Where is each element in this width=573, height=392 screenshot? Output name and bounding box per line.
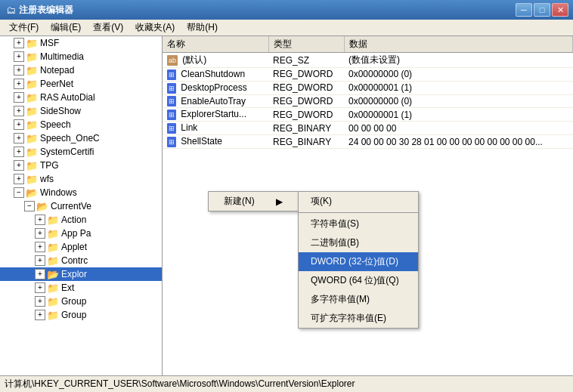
tree-item-contrc[interactable]: + 📁 Contrc: [0, 254, 162, 267]
menu-bar: 文件(F) 编辑(E) 查看(V) 收藏夹(A) 帮助(H): [0, 20, 573, 36]
tree-label-sideshow: SideShow: [40, 106, 81, 116]
tree-item-sideshow[interactable]: + 📁 SideShow: [0, 104, 162, 118]
tree-item-ext[interactable]: + 📁 Ext: [0, 281, 162, 295]
tree-item-ras[interactable]: + 📁 RAS AutoDial: [0, 91, 162, 104]
app-title: 注册表编辑器: [19, 4, 516, 17]
expand-icon-sideshow[interactable]: +: [14, 106, 24, 116]
cell-type: REG_DWORD: [268, 68, 344, 82]
folder-icon-sideshow: 📁: [26, 106, 38, 116]
tree-item-msf[interactable]: + 📁 MSF: [0, 36, 162, 50]
col-header-data: 数据: [344, 36, 573, 53]
tree-item-peernet[interactable]: + 📁 PeerNet: [0, 77, 162, 91]
tree-label-speech: Speech: [40, 119, 71, 130]
submenu-item-binary[interactable]: 二进制值(B): [299, 233, 418, 252]
folder-icon-explor: 📂: [47, 269, 59, 279]
expand-icon-group1[interactable]: +: [35, 296, 45, 307]
submenu-separator: [299, 212, 418, 213]
tree-item-explor[interactable]: + 📂 Explor: [0, 267, 162, 281]
expand-icon-systemcert[interactable]: +: [14, 147, 24, 157]
folder-icon-contrc: 📁: [47, 255, 59, 266]
context-menu: 新建(N) ▶: [208, 191, 299, 211]
expand-icon-notepad[interactable]: +: [14, 65, 24, 76]
tree-label-multimedia: Multimedia: [40, 51, 84, 62]
folder-icon-wfs: 📁: [26, 174, 38, 184]
cell-name: ab (默认): [163, 53, 268, 68]
reg-type-icon: ⊞: [167, 83, 176, 94]
expand-icon-applet[interactable]: +: [35, 242, 45, 252]
tree-item-windows[interactable]: − 📂 Windows: [0, 186, 162, 199]
menu-view[interactable]: 查看(V): [87, 20, 129, 35]
table-row[interactable]: ⊞ ExplorerStartu... REG_DWORD 0x00000001…: [163, 108, 573, 122]
tree-item-currentve[interactable]: − 📂 CurrentVe: [0, 199, 162, 213]
tree-item-speech-onec[interactable]: + 📁 Speech_OneC: [0, 131, 162, 145]
expand-icon-apppa[interactable]: +: [35, 228, 45, 239]
tree-label-notepad: Notepad: [40, 65, 74, 76]
table-row[interactable]: ⊞ Link REG_BINARY 00 00 00 00: [163, 122, 573, 135]
minimize-button[interactable]: ─: [516, 3, 532, 17]
tree-scroll[interactable]: + 📁 MSF + 📁 Multimedia + 📁 Notepad: [0, 36, 162, 375]
expand-icon-ext[interactable]: +: [35, 282, 45, 293]
tree-label-group1: Group: [61, 296, 86, 307]
expand-icon-speech[interactable]: +: [14, 119, 24, 130]
table-row[interactable]: ⊞ ShellState REG_BINARY 24 00 00 00 30 2…: [163, 135, 573, 149]
expand-icon-tpg[interactable]: +: [14, 160, 24, 171]
tree-item-group1[interactable]: + 📁 Group: [0, 295, 162, 308]
tree-label-applet: Applet: [61, 242, 87, 252]
submenu-item-qword[interactable]: QWORD (64 位)值(Q): [299, 271, 418, 290]
expand-icon-speech-onec[interactable]: +: [14, 133, 24, 144]
tree-panel: + 📁 MSF + 📁 Multimedia + 📁 Notepad: [0, 36, 163, 375]
tree-item-notepad[interactable]: + 📁 Notepad: [0, 63, 162, 77]
menu-favorites[interactable]: 收藏夹(A): [129, 20, 181, 35]
submenu-item-expandstring[interactable]: 可扩充字符串值(E): [299, 309, 418, 328]
table-row[interactable]: ab (默认) REG_SZ (数值未设置): [163, 53, 573, 68]
tree-item-wfs[interactable]: + 📁 wfs: [0, 172, 162, 186]
tree-label-msf: MSF: [40, 38, 59, 48]
expand-icon-peernet[interactable]: +: [14, 79, 24, 89]
expand-icon-ras[interactable]: +: [14, 92, 24, 103]
close-button[interactable]: ✕: [552, 3, 568, 17]
expand-icon-explor[interactable]: +: [35, 269, 45, 279]
reg-type-icon: ⊞: [167, 110, 176, 120]
expand-icon-action[interactable]: +: [35, 215, 45, 225]
expand-icon-group2[interactable]: +: [35, 310, 45, 320]
expand-icon-msf[interactable]: +: [14, 38, 24, 48]
folder-icon-multimedia: 📁: [26, 51, 38, 62]
tree-item-group2[interactable]: + 📁 Group: [0, 308, 162, 322]
tree-label-ras: RAS AutoDial: [40, 92, 95, 103]
cell-data: 0x00000000 (0): [344, 68, 573, 82]
context-menu-new-label: 新建(N): [224, 195, 255, 208]
menu-edit[interactable]: 编辑(E): [45, 20, 87, 35]
expand-icon-windows[interactable]: −: [14, 187, 24, 198]
submenu-item-dword[interactable]: DWORD (32-位)值(D): [299, 252, 418, 271]
expand-icon-contrc[interactable]: +: [35, 255, 45, 266]
submenu-item-string[interactable]: 字符串值(S): [299, 215, 418, 233]
reg-type-icon: ab: [167, 55, 178, 66]
submenu-item-multistring[interactable]: 多字符串值(M): [299, 290, 418, 309]
expand-icon-currentve[interactable]: −: [24, 201, 35, 211]
folder-icon-group1: 📁: [47, 296, 59, 307]
reg-type-icon: ⊞: [167, 123, 176, 134]
tree-item-tpg[interactable]: + 📁 TPG: [0, 159, 162, 172]
tree-item-applet[interactable]: + 📁 Applet: [0, 240, 162, 254]
table-row[interactable]: ⊞ DesktopProcess REG_DWORD 0x00000001 (1…: [163, 81, 573, 94]
expand-icon-multimedia[interactable]: +: [14, 51, 24, 62]
tree-item-apppa[interactable]: + 📁 App Pa: [0, 227, 162, 240]
expand-icon-wfs[interactable]: +: [14, 174, 24, 184]
tree-item-multimedia[interactable]: + 📁 Multimedia: [0, 50, 162, 63]
tree-item-systemcert[interactable]: + 📁 SystemCertifi: [0, 145, 162, 159]
cell-data: 24 00 00 00 30 28 01 00 00 00 00 00 00 0…: [344, 135, 573, 149]
cell-type: REG_DWORD: [268, 81, 344, 94]
tree-label-contrc: Contrc: [61, 255, 88, 266]
submenu-item-key[interactable]: 项(K): [299, 192, 418, 211]
tree-item-speech[interactable]: + 📁 Speech: [0, 118, 162, 131]
table-row[interactable]: ⊞ CleanShutdown REG_DWORD 0x00000000 (0): [163, 68, 573, 82]
cell-name: ⊞ CleanShutdown: [163, 68, 268, 82]
table-row[interactable]: ⊞ EnableAutoTray REG_DWORD 0x00000000 (0…: [163, 94, 573, 108]
context-menu-new[interactable]: 新建(N) ▶: [209, 192, 298, 211]
tree-item-action[interactable]: + 📁 Action: [0, 213, 162, 227]
app-icon: 🗂: [5, 5, 17, 15]
menu-file[interactable]: 文件(F): [3, 20, 45, 35]
status-text: 计算机\HKEY_CURRENT_USER\Software\Microsoft…: [5, 378, 355, 390]
menu-help[interactable]: 帮助(H): [181, 20, 224, 35]
maximize-button[interactable]: □: [534, 3, 550, 17]
